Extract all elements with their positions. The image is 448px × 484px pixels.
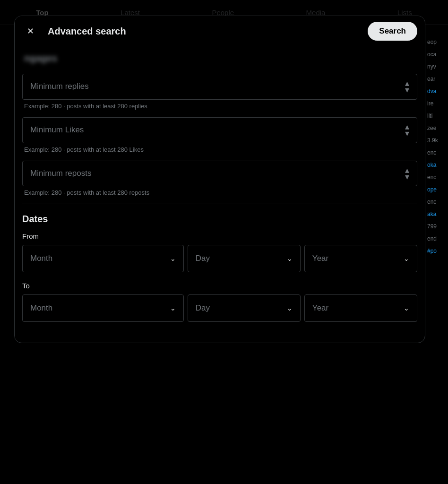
from-day-label: Day xyxy=(196,254,210,263)
reposts-spinner[interactable]: ▴ ▾ xyxy=(405,167,409,181)
side-hint-6: liti xyxy=(425,112,448,120)
from-year-label: Year xyxy=(312,254,328,263)
from-date-row: Month ⌄ Day ⌄ Year ⌄ xyxy=(22,245,417,272)
advanced-search-modal: ✕ Advanced search Search ngages ▴ ▾ Exam… xyxy=(14,16,425,343)
to-month-label: Month xyxy=(30,303,52,313)
close-icon: ✕ xyxy=(27,26,34,36)
min-replies-hint: Example: 280 · posts with at least 280 r… xyxy=(22,103,417,110)
to-day-chevron-icon: ⌄ xyxy=(287,304,293,312)
min-reposts-input-wrap[interactable]: ▴ ▾ xyxy=(22,161,417,187)
to-month-select[interactable]: Month ⌄ xyxy=(22,294,184,322)
blurred-text: ngages xyxy=(24,53,57,64)
modal-header: ✕ Advanced search Search xyxy=(15,16,425,46)
min-likes-input[interactable] xyxy=(30,125,405,135)
side-hint-11: enc xyxy=(425,173,448,182)
spinner-down-icon: ▾ xyxy=(405,86,409,93)
modal-body: ngages ▴ ▾ Example: 280 · posts with at … xyxy=(15,46,425,343)
min-reposts-hint: Example: 280 · posts with at least 280 r… xyxy=(22,189,417,196)
to-day-label: Day xyxy=(196,303,210,313)
side-hint-9: enc xyxy=(425,148,448,157)
min-replies-group: ▴ ▾ Example: 280 · posts with at least 2… xyxy=(22,74,417,110)
to-month-chevron-icon: ⌄ xyxy=(170,304,176,312)
side-hint-12: ope xyxy=(425,185,448,194)
min-likes-input-wrap[interactable]: ▴ ▾ xyxy=(22,117,417,143)
close-button[interactable]: ✕ xyxy=(22,23,38,39)
to-day-select[interactable]: Day ⌄ xyxy=(188,294,301,322)
min-likes-group: ▴ ▾ Example: 280 · posts with at least 2… xyxy=(22,117,417,153)
min-replies-input-wrap[interactable]: ▴ ▾ xyxy=(22,74,417,100)
search-button[interactable]: Search xyxy=(368,22,417,41)
from-day-select[interactable]: Day ⌄ xyxy=(188,245,301,272)
dates-section-title: Dates xyxy=(22,214,417,225)
min-reposts-group: ▴ ▾ Example: 280 · posts with at least 2… xyxy=(22,161,417,197)
side-hint-10: oka xyxy=(425,161,448,169)
to-year-label: Year xyxy=(312,303,328,313)
side-hint-5: ire xyxy=(425,99,448,108)
side-hint-7: zee xyxy=(425,124,448,132)
side-hint-14: aka xyxy=(425,210,448,218)
replies-spinner[interactable]: ▴ ▾ xyxy=(405,80,409,94)
blurred-top-section: ngages xyxy=(22,46,417,70)
spinner-down-icon: ▾ xyxy=(405,173,409,180)
from-month-select[interactable]: Month ⌄ xyxy=(22,245,184,272)
min-reposts-input[interactable] xyxy=(30,169,405,178)
min-replies-input[interactable] xyxy=(30,82,405,91)
from-year-select[interactable]: Year ⌄ xyxy=(304,245,417,272)
from-month-chevron-icon: ⌄ xyxy=(170,255,176,262)
from-day-chevron-icon: ⌄ xyxy=(287,255,293,262)
side-hint-16: end xyxy=(425,234,448,243)
side-hint-2: nyv xyxy=(425,62,448,71)
side-hints: eop oca nyv ear dva ire liti zee 3.9k en… xyxy=(425,0,448,484)
from-month-label: Month xyxy=(30,254,52,263)
side-hint-8: 3.9k xyxy=(425,136,448,145)
side-hint-17: #po xyxy=(425,247,448,255)
side-hint-13: enc xyxy=(425,198,448,206)
from-year-chevron-icon: ⌄ xyxy=(404,255,409,262)
to-date-row: Month ⌄ Day ⌄ Year ⌄ xyxy=(22,294,417,322)
spinner-down-icon: ▾ xyxy=(405,130,409,137)
to-year-select[interactable]: Year ⌄ xyxy=(304,294,417,322)
side-hint-0: eop xyxy=(425,38,448,46)
section-divider xyxy=(22,204,417,204)
side-hint-1: oca xyxy=(425,50,448,59)
modal-header-left: ✕ Advanced search xyxy=(22,23,126,39)
modal-title: Advanced search xyxy=(48,26,126,37)
side-hint-4: dva xyxy=(425,87,448,95)
from-label: From xyxy=(22,232,417,240)
side-hint-15: 799 xyxy=(425,222,448,231)
dates-section: Dates From Month ⌄ Day ⌄ Year ⌄ To xyxy=(22,212,417,322)
likes-spinner[interactable]: ▴ ▾ xyxy=(405,123,409,137)
to-label: To xyxy=(22,282,417,290)
to-year-chevron-icon: ⌄ xyxy=(404,304,409,312)
side-hint-3: ear xyxy=(425,75,448,83)
min-likes-hint: Example: 280 · posts with at least 280 L… xyxy=(22,146,417,153)
